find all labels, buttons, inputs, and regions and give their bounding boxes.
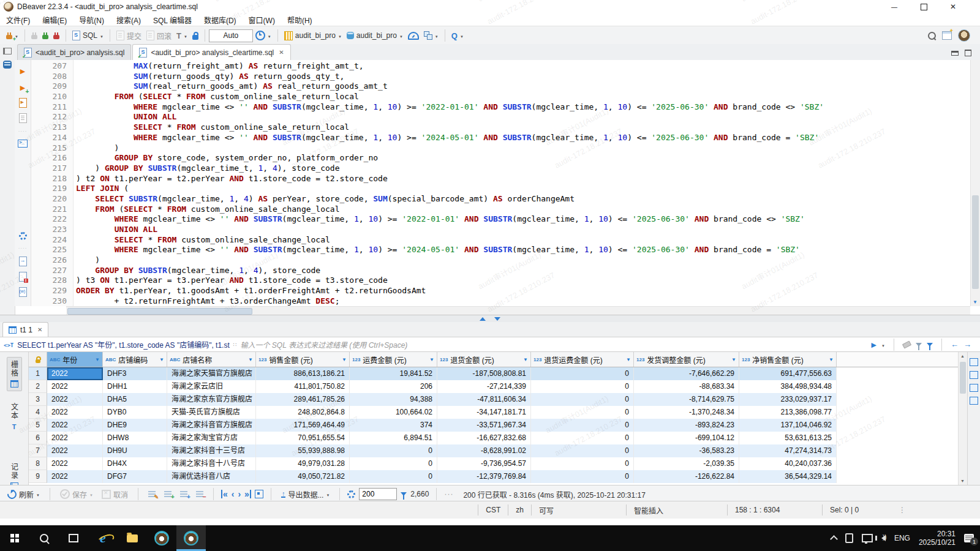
presentation-tab-grid[interactable]: 栅格	[7, 357, 22, 391]
grid-cell[interactable]: 2022	[47, 470, 103, 483]
editor-horizontal-scrollbar[interactable]	[66, 306, 970, 315]
grid-cell[interactable]: 海澜之家抖音官方旗舰店	[167, 419, 256, 432]
grid-cell[interactable]: 70,951,655.54	[256, 432, 350, 444]
cancel-button[interactable]: 取消	[99, 488, 130, 501]
grid-cell[interactable]: 6,894.51	[350, 432, 437, 444]
database-navigator-icon[interactable]	[3, 61, 12, 69]
usb-device-icon[interactable]	[845, 533, 853, 543]
grid-cell[interactable]: 2022	[47, 457, 103, 470]
editor-minimize-icon[interactable]	[951, 51, 959, 56]
tab-analysis-cleartime-sql[interactable]: ✓ <audit_bi_pro> analysis_cleartime.sql …	[132, 44, 290, 60]
code-line[interactable]: WHERE mgclear_time <> '' AND SUBSTR(mgcl…	[76, 245, 970, 255]
rollback-button[interactable]: 回滚	[144, 29, 174, 42]
grid-cell[interactable]: 0	[531, 367, 634, 380]
grid-cell[interactable]: DH4X	[103, 457, 167, 470]
duplicate-row-button[interactable]	[178, 490, 190, 498]
perspective-icon[interactable]	[942, 31, 952, 40]
grid-cell[interactable]: -126,622.84	[634, 470, 739, 483]
row-number[interactable]: 9	[29, 470, 47, 483]
code-line[interactable]: FROM (SELECT * FROM custom_online_sale_c…	[76, 204, 970, 215]
row-number[interactable]: 5	[29, 419, 47, 432]
grid-cell[interactable]: 384,498,934.48	[739, 380, 837, 393]
column-filter-arrow-icon[interactable]: ▼	[95, 357, 100, 362]
code-line[interactable]: LEFT JOIN (	[76, 184, 970, 194]
grid-cell[interactable]: 0	[531, 432, 634, 444]
edit-filter-icon[interactable]	[916, 343, 922, 347]
last-page-button[interactable]: »	[244, 490, 251, 498]
grid-cell[interactable]: 海澜之家抖音十八号店	[167, 457, 256, 470]
compare-button[interactable]	[421, 30, 441, 41]
connection-selector[interactable]: audit_bi_pro	[282, 30, 344, 42]
code-line[interactable]: GROUP BY SUBSTR(mgclear_time, 1, 4), sto…	[76, 266, 970, 276]
code-line[interactable]: ) t3 ON t1.perYear = t3.perYear AND t1.s…	[76, 276, 970, 286]
grid-cell[interactable]: -9,736,954.57	[437, 457, 531, 470]
network-icon[interactable]	[862, 534, 873, 542]
internet-explorer-button[interactable]: e	[88, 525, 118, 551]
column-filter-arrow-icon[interactable]: ▼	[342, 357, 347, 362]
grid-cell[interactable]: 海澜之家天猫官方旗舰店	[167, 367, 256, 380]
column-filter-arrow-icon[interactable]: ▼	[523, 357, 528, 362]
code-line[interactable]: SELECT * FROM custom_online_sale_change_…	[76, 235, 970, 246]
grid-cell[interactable]: 55,939,888.98	[256, 444, 350, 457]
grid-cell[interactable]: 886,613,186.21	[256, 367, 350, 380]
grid-cell[interactable]: 2022	[47, 380, 103, 393]
grid-cell[interactable]: 691,477,556.63	[739, 367, 837, 380]
column-filter-arrow-icon[interactable]: ▼	[829, 357, 834, 362]
column-filter-arrow-icon[interactable]: ▼	[429, 357, 434, 362]
presentation-tab-text[interactable]: 文本	[7, 400, 21, 434]
column-header-7[interactable]: 123发货调整金额 (元)▼	[634, 352, 739, 367]
table-row-5[interactable]: 52022DHE9海澜之家抖音官方旗舰店171,569,464.49374-33…	[29, 419, 958, 432]
script-errors-icon[interactable]	[19, 272, 27, 282]
taskbar-clock[interactable]: 20:31 2025/10/21	[919, 530, 956, 547]
value-panel-icon[interactable]	[970, 358, 978, 366]
code-line[interactable]: MAX(return_freight_amt) AS return_freigh…	[76, 61, 970, 72]
grid-cell[interactable]: 0	[531, 444, 634, 457]
grid-cell[interactable]: 0	[531, 470, 634, 483]
table-row-7[interactable]: 72022DH9U海澜之家抖音十三号店55,939,888.980-8,628,…	[29, 444, 958, 457]
grid-cell[interactable]: 海澜之家京东官方旗舰店	[167, 393, 256, 406]
grid-cell[interactable]: -34,147,181.71	[437, 406, 531, 419]
grid-cell[interactable]: 海澜之家云店旧	[167, 380, 256, 393]
table-row-2[interactable]: 22022DHH1海澜之家云店旧411,801,750.82206-27,214…	[29, 380, 958, 393]
column-header-6[interactable]: 123退货运费金额 (元)▼	[531, 352, 634, 367]
result-tab-t1[interactable]: t1 1 ✕	[2, 322, 48, 337]
search-button[interactable]	[449, 30, 466, 42]
disconnect-button[interactable]	[51, 31, 62, 40]
grid-cell[interactable]: DFG7	[103, 470, 167, 483]
tab-analysis-sql[interactable]: ✓ <audit_bi_pro> analysis.sql	[17, 44, 131, 60]
grid-cell[interactable]: -36,583.23	[634, 444, 739, 457]
table-row-1[interactable]: 12022DHF3海澜之家天猫官方旗舰店886,613,186.2119,841…	[29, 367, 958, 380]
explain-plan-icon[interactable]	[19, 113, 27, 123]
grid-cell[interactable]: 36,544,329.14	[739, 470, 837, 483]
commit-mode-select[interactable]: Auto	[209, 29, 253, 42]
grid-cell[interactable]: 206	[350, 380, 437, 393]
grid-cell[interactable]: -1,370,248.34	[634, 406, 739, 419]
dashboard-button[interactable]	[405, 31, 421, 41]
table-row-9[interactable]: 92022DFG7海澜优选抖音八店49,050,721.820-12,379,7…	[29, 470, 958, 483]
grid-cell[interactable]: 2022	[47, 367, 103, 380]
code-line[interactable]: )	[76, 143, 970, 154]
export-data-button[interactable]: 导出数据...	[279, 488, 332, 501]
grid-cell[interactable]: 137,104,046.92	[739, 419, 837, 432]
grid-cell[interactable]: -33,571,967.34	[437, 419, 531, 432]
database-selector[interactable]: audit_bi_pro	[344, 30, 405, 41]
editor-settings-icon[interactable]	[19, 232, 27, 240]
minimize-button[interactable]	[889, 2, 899, 12]
clear-filter-icon[interactable]	[902, 340, 911, 348]
code-area[interactable]: MAX(return_freight_amt) AS return_freigh…	[74, 60, 970, 306]
splitter-down-icon[interactable]	[494, 317, 500, 321]
edit-row-button[interactable]	[146, 490, 158, 498]
save-button[interactable]: 保存	[58, 488, 96, 501]
grid-cell[interactable]: 40,240,037.36	[739, 457, 837, 470]
grid-cell[interactable]: 海澜之家淘宝官方店	[167, 432, 256, 444]
grid-cell[interactable]: 171,569,464.49	[256, 419, 350, 432]
code-line[interactable]: ) GROUP BY SUBSTR(mgclear_time_t, 1, 4),…	[76, 163, 970, 174]
restore-panel-icon[interactable]	[3, 48, 12, 54]
grid-cell[interactable]: 49,050,721.82	[256, 470, 350, 483]
row-number[interactable]: 7	[29, 444, 47, 457]
filters-menu-icon[interactable]	[927, 343, 933, 347]
task-view-button[interactable]	[59, 525, 88, 551]
code-line[interactable]: FROM (SELECT * FROM custom_online_sale_r…	[76, 92, 970, 102]
sql-editor-button[interactable]: SQL	[70, 29, 106, 42]
sql-terminal-icon[interactable]	[18, 140, 28, 148]
